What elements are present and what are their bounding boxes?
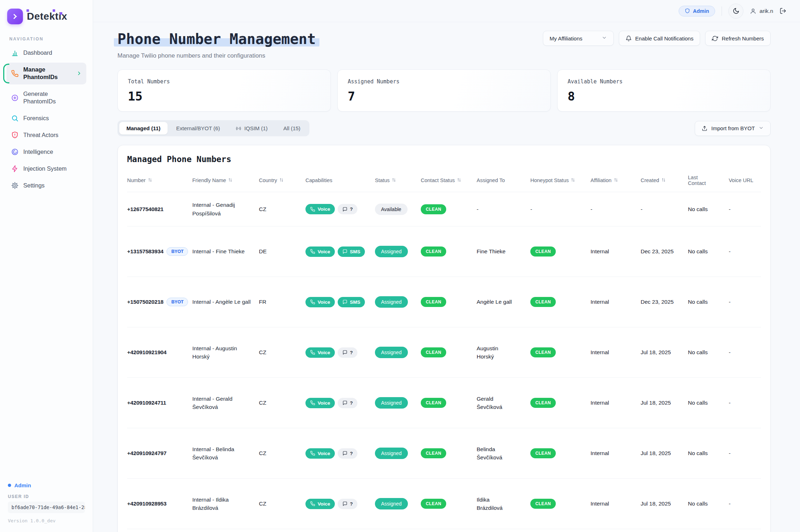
capability-badge-voice: Voice bbox=[305, 204, 335, 214]
capabilities-cell: VoiceSMS bbox=[305, 297, 371, 307]
sidebar-item-forensics[interactable]: Forensics bbox=[6, 111, 86, 126]
brand-pixel bbox=[53, 9, 55, 12]
contact-status-cell: CLEAN bbox=[421, 204, 473, 214]
last-contact-cell: No calls bbox=[688, 501, 725, 507]
enable-call-notifications-button[interactable]: Enable Call Notifications bbox=[619, 31, 700, 46]
column-header-number[interactable]: Number bbox=[127, 177, 189, 184]
capability-badge-voice: Voice bbox=[305, 448, 335, 459]
logout-button[interactable] bbox=[780, 8, 786, 14]
user-menu[interactable]: arik.n bbox=[750, 8, 773, 14]
column-header-created[interactable]: Created bbox=[641, 177, 684, 184]
created-cell: - bbox=[641, 206, 684, 213]
sidebar-item-label: Forensics bbox=[23, 114, 49, 122]
sidebar-item-label: Intelligence bbox=[23, 148, 53, 156]
number-cell: +420910921904 bbox=[127, 349, 189, 356]
capability-label: Voice bbox=[318, 206, 330, 212]
assigned-to-cell: Angèle Le gall bbox=[477, 298, 514, 306]
topbar-divider bbox=[722, 6, 722, 16]
column-header-capabilities: Capabilities bbox=[305, 177, 371, 183]
capability-badge-unknown: ? bbox=[338, 398, 357, 408]
voice-icon bbox=[310, 501, 315, 506]
refresh-numbers-label: Refresh Numbers bbox=[722, 35, 764, 42]
dark-mode-toggle[interactable] bbox=[728, 4, 743, 19]
stat-value: 7 bbox=[348, 89, 540, 103]
tab-external-byot-6-[interactable]: External/BYOT (6) bbox=[169, 122, 227, 135]
voice-url-value: - bbox=[729, 501, 731, 507]
created-cell: Jul 18, 2025 bbox=[641, 501, 684, 507]
brand-logo[interactable]: Detektix bbox=[6, 7, 87, 27]
column-header-honeypot-status[interactable]: Honeypot Status bbox=[530, 177, 587, 184]
refresh-icon bbox=[712, 35, 718, 42]
contact-status-cell: CLEAN bbox=[421, 499, 473, 509]
column-label: Status bbox=[375, 177, 390, 183]
capability-badge-unknown: ? bbox=[338, 347, 357, 358]
byot-badge: BYOT bbox=[167, 247, 188, 256]
contact-status-cell: CLEAN bbox=[421, 398, 473, 408]
sidebar-item-generate-phantomids[interactable]: Generate PhantomIDs bbox=[6, 87, 86, 109]
friendly-name-cell: Internal - Belinda Ševčíková bbox=[192, 445, 255, 462]
country-cell: CZ bbox=[259, 206, 302, 213]
honeypot-status-cell: CLEAN bbox=[530, 499, 587, 509]
last-contact-cell: No calls bbox=[688, 206, 725, 213]
contact-status-cell: CLEAN bbox=[421, 297, 473, 307]
sidebar-item-settings[interactable]: Settings bbox=[6, 179, 86, 193]
honeypot-status-badge: CLEAN bbox=[530, 347, 556, 357]
column-header-status[interactable]: Status bbox=[375, 177, 417, 184]
capability-badge-voice: Voice bbox=[305, 297, 335, 307]
sidebar-item-label: Threat Actors bbox=[23, 131, 58, 139]
capability-badge-voice: Voice bbox=[305, 499, 335, 509]
stats-row: Total Numbers15Assigned Numbers7Availabl… bbox=[117, 69, 771, 112]
column-header-friendly-name[interactable]: Friendly Name bbox=[192, 177, 255, 184]
voice-icon bbox=[310, 400, 315, 405]
page-title: Phone Number Management bbox=[114, 30, 319, 48]
column-header-country[interactable]: Country bbox=[259, 177, 302, 184]
status-cell: Assigned bbox=[375, 498, 417, 509]
capability-badge-voice: Voice bbox=[305, 398, 335, 408]
phone-icon bbox=[11, 69, 19, 77]
column-label: Honeypot Status bbox=[530, 177, 569, 183]
column-header-last-contact: Last Contact bbox=[688, 175, 725, 186]
column-label: Affiliation bbox=[591, 177, 612, 183]
affiliation-cell: Internal bbox=[591, 349, 637, 356]
admin-badge[interactable]: Admin bbox=[679, 6, 715, 16]
sidebar-item-manage-phantomids[interactable]: Manage PhantomIDs bbox=[6, 63, 86, 84]
page-header: Phone Number Management Manage Twilio ph… bbox=[117, 27, 771, 59]
voice-icon bbox=[310, 207, 315, 212]
capability-label: Voice bbox=[318, 400, 330, 406]
tab-label: IQSIM (1) bbox=[244, 125, 268, 131]
created-cell: Dec 23, 2025 bbox=[641, 299, 684, 305]
last-contact-value: No calls bbox=[688, 450, 708, 456]
last-contact-cell: No calls bbox=[688, 349, 725, 356]
sidebar-item-label: Settings bbox=[23, 182, 45, 189]
column-header-affiliation[interactable]: Affiliation bbox=[591, 177, 637, 184]
last-contact-cell: No calls bbox=[688, 400, 725, 406]
sidebar-item-injection-system[interactable]: Injection System bbox=[6, 162, 86, 176]
capability-label: ? bbox=[350, 350, 353, 355]
user-id-label: USER ID bbox=[8, 494, 85, 499]
voice-icon bbox=[310, 451, 315, 456]
table-row: +15075020218BYOTInternal - Angèle Le gal… bbox=[127, 277, 761, 327]
affiliation-cell: - bbox=[591, 206, 637, 213]
voice-url-value: - bbox=[729, 349, 731, 355]
friendly-name-cell: Internal - Ildika Brázdilová bbox=[192, 496, 255, 512]
affiliation-cell: Internal bbox=[591, 248, 637, 255]
upload-icon bbox=[702, 125, 708, 131]
tab-all-15-[interactable]: All (15) bbox=[276, 122, 308, 135]
tab-managed-11-[interactable]: Managed (11) bbox=[119, 122, 168, 135]
tab-iqsim-1-[interactable]: IQSIM (1) bbox=[228, 122, 275, 135]
enable-call-notifications-label: Enable Call Notifications bbox=[635, 35, 694, 42]
affiliations-select[interactable]: My Affiliations bbox=[543, 31, 614, 46]
refresh-numbers-button[interactable]: Refresh Numbers bbox=[705, 31, 771, 46]
honeypot-status-badge: CLEAN bbox=[530, 448, 556, 458]
sidebar-item-dashboard[interactable]: Dashboard bbox=[6, 46, 86, 60]
contact-status-cell: CLEAN bbox=[421, 448, 473, 458]
sidebar-item-threat-actors[interactable]: Threat Actors bbox=[6, 128, 86, 142]
column-header-assigned-to: Assigned To bbox=[477, 177, 527, 183]
import-from-byot-button[interactable]: Import from BYOT bbox=[695, 121, 771, 136]
number-cell: +420910924711 bbox=[127, 400, 189, 406]
sidebar-item-intelligence[interactable]: Intelligence bbox=[6, 145, 86, 159]
table-row: +420910930341Internal - AdaCZVoice?Avail… bbox=[127, 529, 761, 532]
affiliation-cell: Internal bbox=[591, 400, 637, 406]
number-cell: +420910924797 bbox=[127, 450, 189, 457]
column-header-contact-status[interactable]: Contact Status bbox=[421, 177, 473, 184]
